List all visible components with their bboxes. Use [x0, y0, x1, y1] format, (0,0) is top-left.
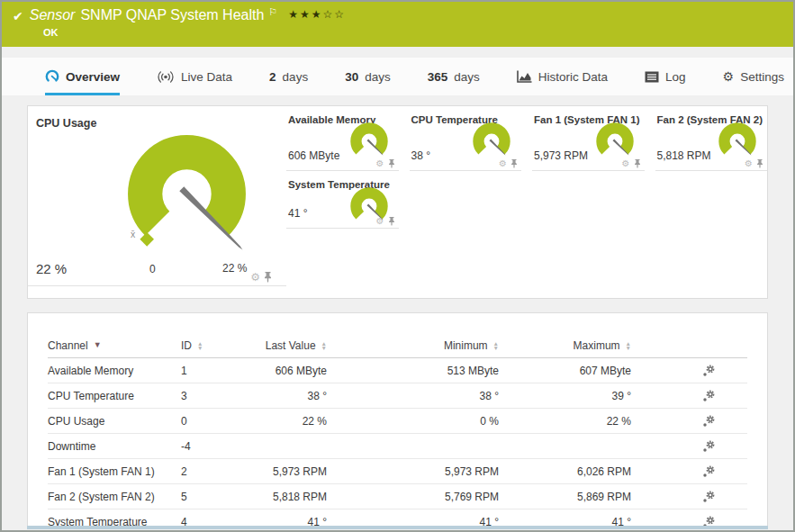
gauges-panel: CPU Usage x̄ 22 % 0 22 % ⚙ Available Mem…	[27, 105, 768, 299]
cpu-usage-gauge-panel: CPU Usage x̄ 22 % 0 22 % ⚙	[28, 106, 286, 286]
column-header-last-value[interactable]: Last Value ▲▼	[237, 339, 327, 352]
sensor-kind-label: Sensor	[30, 7, 76, 23]
tab-log[interactable]: Log	[645, 58, 686, 95]
channel-settings-icon[interactable]	[702, 491, 715, 503]
gauge-value: 41 °	[288, 207, 307, 220]
table-row: Downtime -4	[48, 434, 747, 459]
live-data-icon	[157, 70, 175, 84]
channel-last-value: 22 %	[237, 415, 327, 428]
tab-historic-data[interactable]: Historic Data	[517, 58, 608, 95]
channel-maximum: 22 %	[499, 415, 631, 428]
channel-maximum: 39 °	[499, 390, 631, 402]
channel-name: CPU Usage	[48, 415, 181, 428]
column-header-id[interactable]: ID ▲▼	[181, 339, 237, 352]
channel-id: 2	[181, 465, 237, 478]
gauge	[348, 121, 390, 162]
settings-icon: ⚙	[723, 69, 735, 84]
gauge-value: 5,973 RPM	[534, 149, 588, 162]
tab-365-days[interactable]: 365days	[428, 58, 480, 95]
channel-settings-icon[interactable]	[702, 440, 715, 453]
priority-stars[interactable]: ★★★☆☆	[288, 8, 346, 21]
pin-icon[interactable]	[264, 272, 272, 283]
gauge-value: 606 MByte	[288, 149, 339, 162]
mini-gauge-panel: Fan 2 (System FAN 2) 5,818 RPM ⚙	[655, 106, 768, 171]
gauge-value: 38 °	[411, 149, 430, 162]
historic-data-icon	[517, 70, 532, 83]
gauge-start-marker	[140, 232, 154, 247]
tab-live-data[interactable]: Live Data	[157, 58, 232, 95]
horizontal-scrollbar[interactable]	[27, 526, 768, 529]
average-marker-label: x̄	[131, 229, 135, 239]
gear-icon[interactable]: ⚙	[250, 272, 260, 283]
channel-name: CPU Temperature	[48, 390, 181, 402]
channel-last-value: 5,818 RPM	[237, 491, 327, 503]
column-header-channel[interactable]: Channel ▼	[48, 339, 181, 352]
gauge-value: 5,818 RPM	[657, 149, 711, 162]
gauge-title: CPU Usage	[36, 117, 96, 130]
tab-settings[interactable]: ⚙ Settings	[723, 58, 784, 95]
pin-icon[interactable]	[634, 159, 641, 168]
channel-settings-icon[interactable]	[702, 465, 715, 478]
table-row: CPU Temperature 3 38 ° 38 ° 39 °	[48, 383, 747, 409]
gauge-scale-min: 0	[149, 263, 156, 275]
tab-2-days[interactable]: 2days	[269, 58, 308, 95]
channel-id: 5	[181, 491, 237, 503]
gauge-icon	[45, 69, 59, 84]
mini-gauge-panel: CPU Temperature 38 ° ⚙	[410, 106, 522, 171]
sort-icon: ▲▼	[197, 341, 203, 350]
tab-30-days[interactable]: 30days	[345, 58, 391, 95]
table-row: Available Memory 1 606 MByte 513 MByte 6…	[48, 358, 747, 383]
pin-icon[interactable]	[510, 159, 518, 168]
channel-last-value: 5,973 RPM	[237, 465, 327, 478]
table-row: CPU Usage 0 22 % 0 % 22 %	[48, 409, 747, 434]
channel-minimum: 5,769 RPM	[327, 491, 499, 503]
column-header-minimum[interactable]: Minimum ▲▼	[327, 339, 499, 352]
channel-id: 3	[181, 390, 237, 402]
sensor-header: ✔ Sensor SNMP QNAP System Health ⚐ ★★★☆☆…	[2, 2, 793, 47]
channel-settings-icon[interactable]	[702, 415, 715, 428]
gear-icon[interactable]: ⚙	[745, 159, 753, 168]
gauge	[594, 121, 636, 162]
pin-icon[interactable]	[388, 159, 395, 168]
mini-gauge-panel: Available Memory 606 MByte ⚙	[286, 106, 399, 171]
table-body: Available Memory 1 606 MByte 513 MByte 6…	[48, 358, 747, 529]
channel-minimum: 0 %	[327, 415, 499, 428]
sensor-title: SNMP QNAP System Health	[80, 7, 264, 23]
mini-gauge-panel: System Temperature 41 ° ⚙	[286, 171, 399, 229]
column-header-maximum[interactable]: Maximum ▲▼	[499, 339, 631, 352]
channel-settings-icon[interactable]	[702, 390, 715, 402]
gear-icon[interactable]: ⚙	[376, 217, 384, 226]
pin-icon[interactable]	[756, 159, 763, 168]
channel-name: Fan 2 (System FAN 2)	[48, 491, 181, 503]
table-row: Fan 2 (System FAN 2) 5 5,818 RPM 5,769 R…	[48, 484, 747, 509]
cpu-usage-gauge	[122, 129, 252, 259]
flag-icon[interactable]: ⚐	[268, 6, 277, 18]
channel-last-value: 38 °	[237, 390, 327, 402]
channel-name: Available Memory	[48, 365, 181, 377]
channel-name: Downtime	[48, 440, 181, 453]
status-ok-check-icon: ✔	[13, 9, 23, 23]
channel-minimum: 38 °	[327, 390, 499, 402]
mini-gauge-panel: Fan 1 (System FAN 1) 5,973 RPM ⚙	[532, 106, 645, 171]
prtg-sensor-page: ✔ Sensor SNMP QNAP System Health ⚐ ★★★☆☆…	[0, 0, 795, 532]
gear-icon[interactable]: ⚙	[376, 159, 384, 168]
channel-maximum: 6,026 RPM	[499, 465, 631, 478]
channel-last-value: 606 MByte	[237, 365, 327, 377]
pin-icon[interactable]	[388, 217, 395, 226]
channel-minimum: 513 MByte	[327, 365, 499, 377]
status-badge: OK	[43, 27, 59, 38]
sort-desc-icon: ▼	[94, 341, 102, 349]
log-icon	[645, 71, 659, 83]
sort-icon: ▲▼	[626, 341, 631, 350]
gauge	[471, 121, 512, 162]
mini-gauges-grid: Available Memory 606 MByte ⚙ CPU Tempera…	[286, 106, 767, 300]
tab-bar: Overview Live Data 2days 30days 365days …	[2, 58, 793, 95]
gear-icon[interactable]: ⚙	[622, 159, 630, 168]
gear-icon[interactable]: ⚙	[499, 159, 507, 168]
tab-overview[interactable]: Overview	[45, 58, 120, 95]
table-row: Fan 1 (System FAN 1) 2 5,973 RPM 5,973 R…	[48, 459, 747, 484]
channel-settings-icon[interactable]	[702, 365, 715, 377]
channel-maximum: 5,869 RPM	[499, 491, 631, 503]
gauge-scale-max: 22 %	[222, 262, 247, 275]
channels-table-panel: Channel ▼ ID ▲▼ Last Value ▲▼ Minimum ▲▼…	[27, 312, 768, 529]
